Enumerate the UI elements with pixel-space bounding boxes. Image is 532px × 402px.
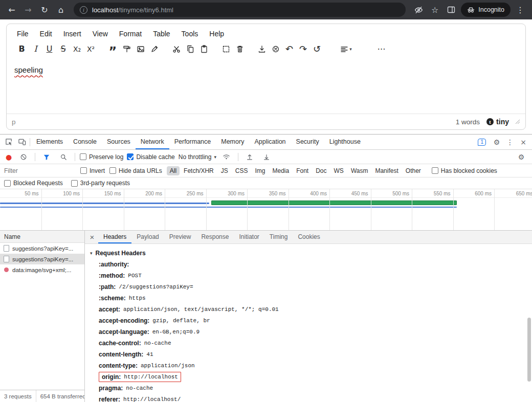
filter-funnel-icon[interactable]	[40, 150, 53, 164]
word-count[interactable]: 1 words	[456, 118, 480, 126]
menu-item[interactable]: Format	[114, 28, 147, 40]
redo-button[interactable]: ↷	[296, 42, 310, 56]
network-settings-gear-icon[interactable]: ⚙	[515, 150, 528, 164]
incognito-badge[interactable]: Incognito	[461, 3, 511, 17]
request-row[interactable]: suggestions?apiKey=...	[0, 254, 84, 264]
back-button[interactable]: ←	[5, 3, 18, 16]
disable-cache-checkbox[interactable]: Disable cache	[127, 153, 174, 161]
subscript-button[interactable]: X₂	[70, 42, 84, 56]
tiny-logo[interactable]: t tiny	[486, 118, 509, 126]
network-conditions-icon[interactable]	[220, 150, 233, 164]
menu-item[interactable]: Tools	[176, 28, 204, 40]
bookmark-star-icon[interactable]: ☆	[428, 3, 441, 16]
has-blocked-cookies-label[interactable]: Has blocked cookies	[441, 167, 497, 174]
throttling-select[interactable]: No throttling ▾	[179, 153, 216, 161]
paste-button[interactable]	[197, 42, 211, 56]
devtools-tab[interactable]: Memory	[216, 135, 249, 149]
copy-button[interactable]	[183, 42, 197, 56]
request-row[interactable]: suggestions?apiKey=...	[0, 243, 84, 254]
collapse-triangle-icon[interactable]: ▾	[90, 251, 93, 256]
resource-type-filter[interactable]: CSS	[232, 166, 251, 175]
detail-tab[interactable]: Initiator	[234, 231, 264, 243]
address-bar[interactable]: i localhost/tinymce/tiny6.html	[74, 3, 406, 17]
third-party-checkbox[interactable]: 3rd-party requests	[71, 180, 130, 187]
menu-item[interactable]: Edit	[35, 28, 57, 40]
checkbox-box[interactable]	[71, 180, 78, 187]
resource-type-filter[interactable]: Doc	[313, 166, 329, 175]
menu-item[interactable]: View	[87, 28, 113, 40]
timeline[interactable]: 50 ms100 ms150 ms200 ms250 ms300 ms350 m…	[0, 189, 532, 231]
third-party-label[interactable]: 3rd-party requests	[80, 180, 130, 187]
menu-item[interactable]: Help	[204, 28, 229, 40]
delete-button[interactable]	[233, 42, 247, 56]
checkbox-box[interactable]	[4, 180, 11, 187]
close-detail-icon[interactable]: ×	[86, 233, 98, 241]
forward-button[interactable]: →	[21, 3, 35, 16]
tracking-protection-icon[interactable]	[412, 3, 425, 16]
devtools-tab[interactable]: Sources	[102, 135, 136, 149]
checkbox-box[interactable]	[432, 167, 438, 174]
misspelled-word[interactable]: speeling	[14, 65, 43, 74]
more-toolbar-button[interactable]: ⋯	[374, 42, 388, 56]
devtools-tab[interactable]: Network	[136, 135, 169, 149]
menu-kebab-icon[interactable]: ⋮	[514, 3, 527, 16]
page-info-icon[interactable]: i	[80, 6, 87, 14]
select-all-button[interactable]	[219, 42, 233, 56]
detail-tab[interactable]: Preview	[164, 231, 196, 243]
bold-button[interactable]: B	[15, 42, 29, 56]
issues-badge[interactable]: 1	[478, 139, 486, 146]
permanent-pen-button[interactable]	[147, 42, 161, 56]
detail-tab[interactable]: Response	[196, 231, 234, 243]
scrollbar-thumb[interactable]	[527, 318, 531, 382]
resource-type-filter[interactable]: Wasm	[348, 166, 371, 175]
devtools-tab[interactable]: Performance	[169, 135, 216, 149]
hide-data-urls-checkbox[interactable]: Hide data URLs	[109, 167, 162, 174]
disable-cache-box[interactable]	[127, 153, 134, 160]
search-icon[interactable]	[57, 150, 70, 164]
cut-button[interactable]	[169, 42, 183, 56]
devtools-tab[interactable]: Application	[249, 135, 291, 149]
insert-image-button[interactable]	[134, 42, 147, 56]
blockquote-button[interactable]: ”	[106, 42, 120, 56]
resource-type-filter[interactable]: Media	[269, 166, 292, 175]
request-row[interactable]: data:image/svg+xml;...	[0, 264, 84, 275]
devtools-tab[interactable]: Console	[68, 135, 102, 149]
invert-checkbox[interactable]: Invert	[80, 167, 105, 174]
device-toolbar-icon[interactable]	[15, 136, 29, 149]
preserve-log-label[interactable]: Preserve log	[89, 153, 123, 161]
record-button[interactable]: ●	[4, 153, 13, 161]
blocked-requests-checkbox[interactable]: Blocked Requests	[4, 180, 63, 187]
has-blocked-cookies-checkbox[interactable]: Has blocked cookies	[432, 167, 497, 174]
hide-data-urls-label[interactable]: Hide data URLs	[119, 167, 162, 174]
resource-type-filter[interactable]: All	[167, 166, 180, 175]
inspect-element-icon[interactable]	[2, 136, 15, 149]
resource-type-filter[interactable]: Fetch/XHR	[181, 166, 217, 175]
resize-handle[interactable]	[515, 119, 520, 124]
checkbox-box[interactable]	[80, 167, 87, 174]
export-button[interactable]	[255, 42, 269, 56]
editor-content-area[interactable]: speeling	[7, 59, 525, 114]
element-path[interactable]: p	[12, 118, 16, 126]
detail-tab[interactable]: Timing	[264, 231, 293, 243]
detail-tab[interactable]: Cookies	[293, 231, 325, 243]
side-panel-icon[interactable]	[445, 3, 458, 16]
align-button[interactable]: ▾	[339, 42, 353, 56]
import-har-icon[interactable]	[243, 150, 256, 164]
close-devtools-icon[interactable]: ×	[517, 136, 530, 149]
devtools-tab[interactable]: Security	[291, 135, 324, 149]
menu-item[interactable]: File	[12, 28, 34, 40]
name-column-header[interactable]: Name	[0, 231, 84, 243]
italic-button[interactable]: I	[29, 42, 42, 56]
devtools-tab[interactable]: Elements	[31, 135, 68, 149]
resource-type-filter[interactable]: Manifest	[372, 166, 401, 175]
invert-label[interactable]: Invert	[90, 167, 105, 174]
export-har-icon[interactable]	[260, 150, 273, 164]
checkbox-box[interactable]	[109, 167, 116, 174]
menu-item[interactable]: Insert	[58, 28, 86, 40]
underline-button[interactable]: U	[42, 42, 56, 56]
resource-type-filter[interactable]: Other	[403, 166, 424, 175]
blocked-requests-label[interactable]: Blocked Requests	[13, 180, 63, 187]
reload-button[interactable]: ↻	[38, 3, 51, 16]
resource-type-filter[interactable]: Img	[252, 166, 268, 175]
resource-type-filter[interactable]: Font	[293, 166, 312, 175]
